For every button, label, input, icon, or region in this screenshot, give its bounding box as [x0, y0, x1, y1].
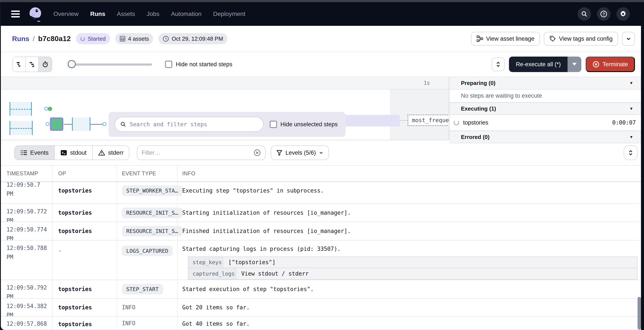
- log-view-tabs: Events stdout stderr: [14, 146, 130, 160]
- gantt-running-step-dot[interactable]: [48, 107, 52, 111]
- log-timestamp: 12:09:50.792: [6, 284, 47, 291]
- waterfall-view-icon[interactable]: [26, 57, 39, 72]
- log-timestamp: 12:09:57.868: [6, 321, 47, 327]
- log-op: topstories: [52, 204, 117, 222]
- lineage-icon: [477, 35, 483, 42]
- tab-stdout[interactable]: stdout: [55, 146, 92, 160]
- reexecute-split-button: Re-execute all (*): [509, 57, 582, 72]
- log-row[interactable]: 12:09:54.382PM topstories INFO Got 20 it…: [1, 299, 641, 317]
- gantt-zoom-slider[interactable]: [68, 60, 152, 69]
- slider-track[interactable]: [68, 63, 152, 66]
- header-more-chevron-button[interactable]: [622, 32, 635, 46]
- gantt-search-input[interactable]: [130, 121, 258, 128]
- hide-unselected-label: Hide unselected steps: [280, 121, 338, 128]
- reexecute-options-caret[interactable]: [568, 57, 581, 72]
- log-info: Started capturing logs in process (pid: …: [182, 246, 641, 252]
- reexecute-all-button[interactable]: Re-execute all (*): [509, 57, 568, 72]
- executing-section-header[interactable]: Executing (1) ▼: [449, 102, 641, 115]
- log-info: Executing step "topstories" in subproces…: [178, 182, 641, 204]
- tab-stdout-label: stdout: [70, 149, 86, 156]
- search-icon[interactable]: [578, 7, 591, 21]
- col-header-timestamp[interactable]: TIMESTAMP: [1, 166, 52, 181]
- svg-text:?: ?: [603, 12, 605, 16]
- errored-section-header[interactable]: Errored (0) ▼: [449, 131, 641, 143]
- status-spinner-icon: [80, 36, 85, 41]
- window-top-edge: [0, 0, 644, 2]
- view-tags-config-button[interactable]: View tags and config: [544, 32, 618, 46]
- gantt-step-label[interactable]: most_frequent: [408, 114, 450, 126]
- nav-item-overview[interactable]: Overview: [54, 10, 78, 17]
- view-stdout-stderr-link[interactable]: View stdout / stderr: [236, 268, 314, 279]
- breadcrumb-runs-link[interactable]: Runs: [12, 35, 29, 43]
- event-type-chip: LOGS_CAPTURED: [122, 246, 173, 256]
- nav-item-deployment[interactable]: Deployment: [213, 10, 245, 17]
- gantt-step-succeeded-selected[interactable]: [50, 118, 63, 131]
- gantt-canvas[interactable]: most_frequent Hide unselected steps: [1, 90, 450, 140]
- flat-view-icon[interactable]: [13, 57, 26, 72]
- events-list-icon: [20, 150, 27, 156]
- hide-unselected-checkbox[interactable]: [270, 121, 277, 128]
- slider-knob[interactable]: [68, 60, 76, 68]
- gantt-step-pending[interactable]: [72, 118, 90, 131]
- log-info: Got 20 items so far.: [178, 299, 641, 316]
- log-row[interactable]: 12:09:50.7PM topstories STEP_WORKER_STA……: [1, 182, 641, 204]
- tab-events[interactable]: Events: [15, 146, 55, 160]
- executing-title: Executing (1): [461, 105, 496, 112]
- page-scrollbar-thumb[interactable]: [638, 297, 641, 330]
- nav-item-assets[interactable]: Assets: [117, 10, 135, 17]
- app-window: Overview Runs Assets Jobs Automation Dep…: [1, 2, 641, 330]
- chevron-down-icon: [319, 151, 323, 155]
- executing-step-row[interactable]: topstories 0:00:07: [449, 115, 641, 131]
- nav-item-automation[interactable]: Automation: [171, 10, 202, 17]
- gear-icon[interactable]: [616, 7, 630, 21]
- clear-filter-icon[interactable]: [254, 149, 261, 157]
- tab-stderr[interactable]: stderr: [92, 146, 129, 160]
- hamburger-menu-icon[interactable]: [11, 10, 20, 17]
- gantt-step-not-started-1[interactable]: [10, 102, 32, 116]
- metadata-key: step_keys: [188, 257, 223, 268]
- top-navigation: Overview Runs Assets Jobs Automation Dep…: [1, 2, 641, 26]
- collapse-chevron-icon: ▼: [629, 81, 633, 85]
- view-asset-lineage-label: View asset lineage: [486, 35, 534, 42]
- log-panel-resize-button[interactable]: [624, 146, 638, 160]
- run-header: Runs / b7c80a12 Started 4 assets Oct 29,…: [1, 26, 641, 52]
- page-scrollbar-track[interactable]: [641, 2, 644, 330]
- timed-view-icon[interactable]: [39, 57, 52, 72]
- log-row[interactable]: 12:09:50.792PM topstories STEP_START Sta…: [1, 280, 641, 299]
- event-type-chip: STEP_START: [122, 284, 163, 295]
- col-header-event-type[interactable]: EVENT TYPE: [117, 166, 178, 181]
- col-header-op[interactable]: OP: [52, 166, 117, 181]
- log-row[interactable]: 12:09:57.868PM topstories INFO Got 40 it…: [1, 317, 641, 330]
- log-row[interactable]: 12:09:50.788PM - LOGS_CAPTURED Started c…: [1, 240, 641, 280]
- terminate-button[interactable]: Terminate: [586, 57, 635, 72]
- log-row[interactable]: 12:09:50.774PM topstories RESOURCE_INIT_…: [1, 222, 641, 240]
- log-op: topstories: [52, 299, 117, 316]
- event-log-table: TIMESTAMP OP EVENT TYPE INFO 12:09:50.7P…: [1, 165, 641, 330]
- log-info: Finished initialization of resources [io…: [178, 222, 641, 240]
- nav-item-runs[interactable]: Runs: [90, 10, 105, 17]
- assets-badge[interactable]: 4 assets: [115, 33, 153, 44]
- view-asset-lineage-button[interactable]: View asset lineage: [471, 32, 540, 46]
- log-op: topstories: [52, 317, 117, 330]
- col-header-info[interactable]: INFO: [178, 166, 641, 181]
- log-info: Got 40 items so far.: [178, 317, 641, 330]
- start-time-label: Oct 29, 12:09:48 PM: [172, 35, 223, 42]
- status-badge[interactable]: Started: [76, 33, 110, 44]
- errored-title: Errored (0): [461, 134, 490, 141]
- primary-nav: Overview Runs Assets Jobs Automation Dep…: [54, 10, 245, 17]
- preparing-title: Preparing (0): [461, 80, 496, 86]
- chevron-down-icon: [626, 36, 631, 41]
- hide-not-started-checkbox[interactable]: [165, 61, 172, 68]
- help-icon[interactable]: ?: [597, 7, 610, 21]
- terminate-label: Terminate: [602, 61, 628, 68]
- panel-resize-button[interactable]: [492, 57, 505, 71]
- preparing-section-header[interactable]: Preparing (0) ▼: [449, 77, 641, 90]
- gantt-search-box: [114, 117, 264, 132]
- nav-item-jobs[interactable]: Jobs: [147, 10, 160, 17]
- dagster-logo-icon[interactable]: [28, 6, 43, 22]
- log-row[interactable]: 12:09:50.772PM topstories RESOURCE_INIT_…: [1, 204, 641, 222]
- log-op: topstories: [52, 222, 117, 240]
- gantt-step-not-started-2[interactable]: [10, 121, 33, 135]
- log-filter-input[interactable]: [142, 150, 250, 156]
- levels-dropdown-button[interactable]: Levels (5/6): [271, 146, 329, 160]
